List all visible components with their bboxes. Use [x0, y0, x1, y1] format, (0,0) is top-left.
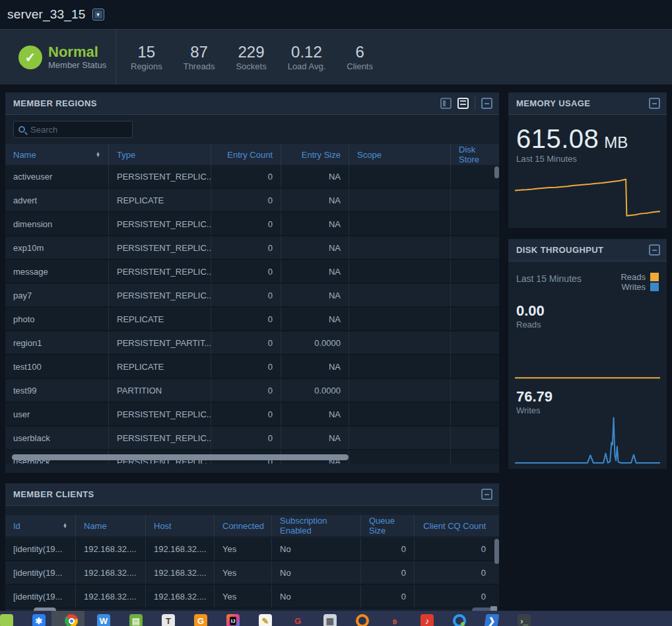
stat-regions: 15Regions: [131, 43, 162, 71]
clients-table-header: Id▲▼NameHostConnectedSubscription Enable…: [5, 515, 499, 536]
cell: [349, 165, 451, 188]
cell: region1: [5, 331, 109, 354]
cell: [identity(19...: [5, 538, 76, 560]
cell: REPLICATE: [109, 308, 211, 330]
cell: [349, 379, 451, 401]
clients-vscrollbar[interactable]: [494, 539, 499, 564]
grid-view-toggle-icon[interactable]: [457, 98, 469, 109]
table-row[interactable]: messagePERSISTENT_REPLIC...0NA: [5, 260, 499, 284]
table-row[interactable]: dimensionPERSISTENT_REPLIC...0NA: [5, 213, 499, 236]
column-header-entry-count[interactable]: Entry Count: [211, 144, 281, 165]
legend-label: Writes: [621, 282, 646, 292]
cell: 0: [415, 561, 494, 584]
chrome-icon[interactable]: [65, 614, 78, 626]
blue-ring-app-icon[interactable]: [453, 614, 466, 626]
cell: 192.168.32....: [76, 561, 146, 584]
cell: exp10m: [5, 236, 109, 259]
table-row[interactable]: activeuserPERSISTENT_REPLIC...0NA: [5, 165, 499, 189]
member-status-bar: ✓ Normal Member Status 15Regions87Thread…: [0, 29, 672, 85]
column-header-label: Queue Size: [369, 516, 406, 536]
cell: NA: [281, 236, 349, 259]
collapse-disk-icon[interactable]: [649, 244, 660, 256]
cell: 0: [211, 284, 281, 306]
stat-label: Regions: [131, 61, 162, 71]
cell: 0: [211, 213, 281, 235]
column-header-host[interactable]: Host: [146, 515, 215, 536]
screenshot-tool-icon[interactable]: ▦: [323, 614, 337, 626]
column-header-label: Id: [13, 521, 20, 531]
table-row[interactable]: exp10mPERSISTENT_REPLIC...0NA: [5, 236, 499, 260]
regions-vscrollbar[interactable]: [494, 166, 499, 178]
cell: [349, 260, 451, 283]
cell: 0: [211, 260, 281, 283]
column-header-subscription-enabled[interactable]: Subscription Enabled: [272, 515, 361, 536]
text-editor-icon[interactable]: ✎: [259, 614, 272, 626]
mail-app-icon[interactable]: ꞝ: [388, 614, 401, 626]
table-row[interactable]: [identity(19...192.168.32....192.168.32.…: [5, 538, 499, 561]
memory-usage-chart: [515, 168, 660, 222]
column-header-disk-store[interactable]: Disk Store: [451, 144, 499, 165]
cell: [451, 355, 499, 378]
regions-hscrollbar[interactable]: [12, 454, 349, 460]
stat-value: 0.12: [288, 43, 326, 61]
g-red-app-icon[interactable]: Ǥ: [291, 614, 304, 626]
cell: [349, 236, 451, 259]
cell: PERSISTENT_REPLIC...: [109, 427, 211, 449]
table-row[interactable]: test99PARTITION00.0000: [5, 379, 499, 403]
regions-search-box[interactable]: [13, 121, 133, 138]
collapse-memory-icon[interactable]: [649, 98, 660, 109]
cell: NA: [281, 427, 349, 449]
orange-ring-app-icon[interactable]: [356, 614, 369, 626]
status-label: Member Status: [48, 60, 106, 70]
column-header-id[interactable]: Id▲▼: [5, 515, 76, 536]
table-row[interactable]: userPERSISTENT_REPLIC...0NA: [5, 403, 499, 427]
column-header-type[interactable]: Type: [109, 144, 211, 165]
typora-icon[interactable]: T: [162, 614, 175, 626]
column-header-queue-size[interactable]: Queue Size: [361, 515, 415, 536]
notes-app-icon[interactable]: ▤: [129, 614, 143, 626]
table-row[interactable]: photoREPLICATE0NA: [5, 308, 499, 331]
table-row[interactable]: advertREPLICATE0NA: [5, 189, 499, 213]
terminal-icon[interactable]: ›_: [518, 614, 531, 626]
cell: [349, 213, 451, 235]
column-header-label: Name: [84, 521, 107, 531]
collapse-regions-icon[interactable]: [481, 98, 492, 109]
android-app-icon[interactable]: [0, 614, 13, 626]
column-header-name[interactable]: Name▲▼: [5, 144, 109, 165]
column-header-label: Host: [154, 521, 172, 531]
column-header-client-cq-count[interactable]: Client CQ Count: [415, 515, 494, 536]
cell: [349, 308, 451, 330]
detail-view-toggle-icon[interactable]: [440, 98, 452, 109]
cell: [451, 260, 499, 283]
table-row[interactable]: userblackPERSISTENT_REPLIC...0NA: [5, 427, 499, 450]
table-row[interactable]: [identity(19...192.168.32....192.168.32.…: [5, 585, 499, 609]
member-dropdown-button[interactable]: ▾: [92, 9, 104, 20]
collapse-clients-icon[interactable]: [481, 489, 492, 500]
cell: 0: [211, 331, 281, 354]
cell: [identity(19...: [5, 585, 76, 608]
table-row[interactable]: region1PERSISTENT_PARTIT...00.0000: [5, 331, 499, 355]
regions-search-input[interactable]: [30, 125, 123, 135]
cell: [451, 236, 499, 259]
intellij-icon[interactable]: IJ: [226, 614, 240, 626]
cell: [451, 427, 499, 449]
column-header-scope[interactable]: Scope: [349, 144, 451, 165]
column-header-label: Disk Store: [459, 145, 491, 164]
cell: [349, 427, 451, 449]
table-row[interactable]: test100REPLICATE0NA: [5, 355, 499, 379]
cell: NA: [281, 403, 349, 425]
table-row[interactable]: [identity(19...192.168.32....192.168.32.…: [5, 561, 499, 585]
search-icon: [18, 126, 25, 133]
netease-music-icon[interactable]: ♪: [420, 614, 434, 626]
g-orange-app-icon[interactable]: G: [194, 614, 207, 626]
column-header-entry-size[interactable]: Entry Size: [281, 144, 349, 165]
column-header-name[interactable]: Name: [76, 515, 146, 536]
table-row[interactable]: pay7PERSISTENT_REPLIC...0NA: [5, 284, 499, 308]
asterisk-app-icon[interactable]: ✱: [32, 614, 46, 626]
word-icon[interactable]: W: [97, 614, 110, 626]
cell: userblack: [5, 427, 109, 449]
cell: 192.168.32....: [76, 538, 146, 560]
column-header-label: Name: [13, 150, 36, 160]
column-header-connected[interactable]: Connected: [215, 515, 272, 536]
powershell-icon[interactable]: ❯: [485, 614, 500, 626]
